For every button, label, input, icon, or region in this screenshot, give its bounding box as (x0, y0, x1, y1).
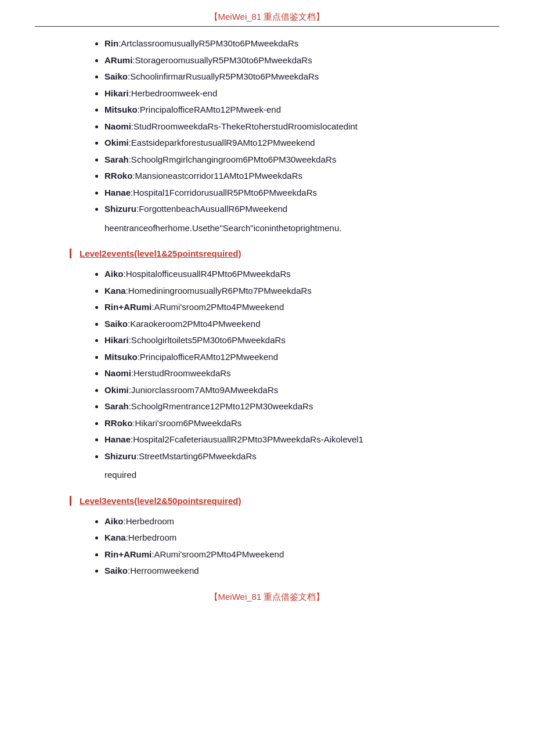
list-item: Saiko:SchoolinfirmarRusuallyR5PM30to6PMw… (104, 70, 499, 84)
list-item: Okimi:EastsideparkforestusuallR9AMto12PM… (104, 136, 499, 150)
list-item: Naomi:HerstudRroomweekdaRs (104, 367, 499, 380)
list-item: Naomi:StudRroomweekdaRs-ThekeRtoherstudR… (104, 120, 499, 134)
item-name: Saiko (104, 566, 128, 575)
item-continuation: required (35, 469, 499, 482)
item-detail: :ArtclassroomusuallyR5PM30to6PMweekdaRs (118, 38, 298, 48)
item-name: Aiko (104, 516, 124, 526)
item-detail: :Juniorclassroom7AMto9AMweekdaRs (129, 385, 279, 395)
item-detail: :PrincipalofficeRAMto12PMweek-end (138, 105, 281, 114)
item-detail: :ARumi'sroom2PMto4PMweekend (151, 549, 284, 559)
item-detail: :ForgottenbeachAusuallR6PMweekend (136, 204, 287, 214)
item-name: RRoko (104, 171, 132, 181)
level2-title: Level2events(level1&25pointsrequired) (80, 249, 241, 258)
level2-section-header: Level2events(level1&25pointsrequired) (70, 249, 499, 258)
item-detail: :Herbedroomweek-end (129, 88, 218, 98)
item-name: Naomi (104, 368, 131, 378)
list-item: ARumi:StorageroomusuallyR5PM30to6PMweekd… (104, 54, 499, 67)
list-item: Okimi:Juniorclassroom7AMto9AMweekdaRs (104, 384, 499, 397)
item-detail: :EastsideparkforestusuallR9AMto12PMweeke… (129, 138, 315, 147)
item-name: Okimi (104, 138, 129, 147)
item-detail: :Hospital2FcafeteriausuallR2PMto3PMweekd… (131, 434, 363, 444)
list-item: Mitsuko:PrincipalofficeRAMto12PMweek-end (104, 103, 499, 117)
item-detail: :StreetMstarting6PMweekdaRs (136, 451, 257, 461)
list-item: Saiko:Karaokeroom2PMto4PMweekend (104, 318, 499, 331)
item-detail: :HospitalofficeusuallR4PMto6PMweekdaRs (124, 269, 291, 279)
list-item: Rin+ARumi:ARumi'sroom2PMto4PMweekend (104, 548, 499, 561)
list-item: Hanae:Hospital1FcorridorusuallR5PMto6PMw… (104, 186, 499, 200)
watermark-bottom: 【MeiWei_81 重点借鉴文档】 (35, 592, 499, 603)
item-name: Hikari (104, 335, 129, 345)
list-item: Shizuru:StreetMstarting6PMweekdaRs (104, 450, 499, 463)
item-detail: :Schoolgirltoilets5PM30to6PMweekdaRs (129, 335, 286, 345)
item-name: Mitsuko (104, 352, 138, 362)
item-detail: :Mansioneastcorridor11AMto1PMweekdaRs (132, 171, 302, 181)
item-detail: :Hikari'sroom6PMweekdaRs (132, 418, 241, 428)
item-name: Mitsuko (104, 105, 138, 114)
item-detail: :Karaokeroom2PMto4PMweekend (128, 319, 260, 329)
item-detail: :Hospital1FcorridorusuallR5PMto6PMweekda… (131, 188, 317, 197)
watermark-top: 【MeiWei_81 重点借鉴文档】 (35, 12, 499, 23)
item-name: Rin+ARumi (104, 302, 151, 312)
item-name: Saiko (104, 319, 128, 329)
item-detail: :SchoolinfirmarRusuallyR5PM30to6PMweekda… (128, 71, 319, 81)
item-detail: :HomediningroomusuallyR6PMto7PMweekdaRs (126, 286, 312, 296)
item-name: Hikari (104, 88, 129, 98)
item-detail: :SchoolgRmgirlchangingroom6PMto6PM30week… (129, 154, 337, 164)
list-item: Rin+ARumi:ARumi'sroom2PMto4PMweekend (104, 301, 499, 314)
list-item: Hikari:Schoolgirltoilets5PM30to6PMweekda… (104, 334, 499, 347)
item-name: Hanae (104, 434, 131, 444)
level3-section-header: Level3events(level2&50pointsrequired) (70, 496, 499, 506)
item-name: Shizuru (104, 451, 136, 461)
level1-list: Rin:ArtclassroomusuallyR5PM30to6PMweekda… (35, 37, 499, 216)
list-item: Rin:ArtclassroomusuallyR5PM30to6PMweekda… (104, 37, 499, 51)
item-name: Kana (104, 532, 126, 542)
item-detail: :StudRroomweekdaRs-ThekeRtoherstudRroomi… (131, 121, 358, 131)
item-name: Saiko (104, 71, 128, 81)
item-name: Sarah (104, 401, 129, 411)
item-name: Aiko (104, 269, 124, 279)
item-name: Okimi (104, 385, 129, 395)
item-name: Rin+ARumi (104, 549, 151, 559)
list-item: RRoko:Mansioneastcorridor11AMto1PMweekda… (104, 170, 499, 183)
list-item: Sarah:SchoolgRmentrance12PMto12PM30weekd… (104, 400, 499, 413)
item-name: Naomi (104, 121, 131, 131)
item-name: ARumi (104, 55, 132, 65)
list-item: RRoko:Hikari'sroom6PMweekdaRs (104, 417, 499, 430)
item-continuation: heentranceofherhome.Usethe"Search"iconin… (35, 222, 499, 235)
list-item: Aiko:Herbedroom (104, 515, 499, 528)
list-item: Sarah:SchoolgRmgirlchangingroom6PMto6PM3… (104, 153, 499, 167)
list-item: Hikari:Herbedroomweek-end (104, 87, 499, 100)
item-detail: :HerstudRroomweekdaRs (131, 368, 231, 378)
item-detail: :ARumi'sroom2PMto4PMweekend (151, 302, 284, 312)
item-name: Shizuru (104, 204, 136, 214)
item-detail: :PrincipalofficeRAMto12PMweekend (138, 352, 278, 362)
level3-title: Level3events(level2&50pointsrequired) (80, 496, 241, 506)
list-item: Hanae:Hospital2FcafeteriausuallR2PMto3PM… (104, 433, 499, 447)
item-name: Kana (104, 286, 126, 296)
list-item: Mitsuko:PrincipalofficeRAMto12PMweekend (104, 351, 499, 364)
level2-list: Aiko:HospitalofficeusuallR4PMto6PMweekda… (35, 268, 499, 463)
item-name: RRoko (104, 418, 132, 428)
item-detail: :Herroomweekend (128, 566, 199, 575)
item-name: Rin (104, 38, 118, 48)
level3-list: Aiko:HerbedroomKana:HerbedroomRin+ARumi:… (35, 515, 499, 578)
item-name: Sarah (104, 154, 129, 164)
item-detail: :Herbedroom (124, 516, 175, 526)
list-item: Aiko:HospitalofficeusuallR4PMto6PMweekda… (104, 268, 499, 281)
list-item: Shizuru:ForgottenbeachAusuallR6PMweekend (104, 203, 499, 216)
list-item: Kana:HomediningroomusuallyR6PMto7PMweekd… (104, 285, 499, 298)
item-detail: :StorageroomusuallyR5PM30to6PMweekdaRs (132, 55, 312, 65)
list-item: Saiko:Herroomweekend (104, 564, 499, 578)
item-detail: :SchoolgRmentrance12PMto12PM30weekdaRs (129, 401, 313, 411)
item-name: Hanae (104, 188, 131, 197)
list-item: Kana:Herbedroom (104, 531, 499, 545)
top-divider (35, 26, 499, 27)
item-detail: :Herbedroom (126, 532, 177, 542)
